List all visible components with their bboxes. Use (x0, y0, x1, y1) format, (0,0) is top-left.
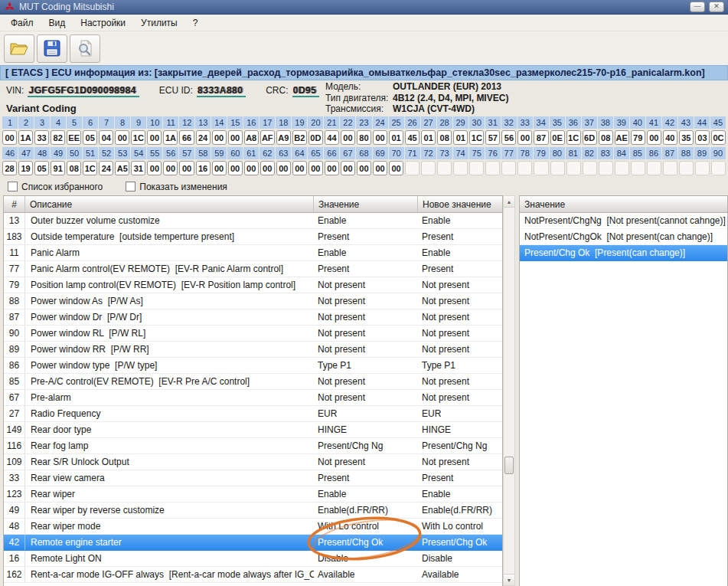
table-row-11[interactable]: 11Panic AlarmEnableEnable (4, 245, 502, 261)
hex-cell-21[interactable]: 44 (325, 130, 339, 145)
hex-cell-8[interactable]: 00 (115, 130, 129, 145)
hex-cell-80[interactable] (550, 161, 565, 175)
table-row-109[interactable]: 109Rear S/R Unlock OutputNot presentNot … (4, 454, 502, 470)
table-row-86[interactable]: 86Power window type [P/W type]Type P1Typ… (4, 358, 502, 374)
hex-cell-88[interactable] (679, 161, 694, 175)
hex-cell-64[interactable]: 00 (292, 161, 307, 175)
hex-cell-47[interactable]: 19 (18, 161, 33, 175)
hex-cell-43[interactable]: 35 (679, 130, 694, 145)
column-header-number[interactable]: # (4, 196, 25, 212)
table-row-27[interactable]: 27Radio FrequencyEUREUR (4, 406, 502, 422)
favorites-checkbox[interactable] (8, 182, 18, 192)
hex-cell-17[interactable]: AF (260, 130, 275, 145)
minimize-button[interactable]: — (690, 2, 705, 12)
table-row-13[interactable]: 13Outer buzzer volume customizeEnableEna… (4, 213, 502, 229)
hex-cell-48[interactable]: 05 (34, 161, 49, 175)
hex-cell-35[interactable]: 0E (550, 130, 565, 145)
hex-cell-79[interactable] (534, 161, 548, 175)
hex-cell-54[interactable]: 31 (131, 161, 145, 175)
hex-cell-61[interactable]: 00 (244, 161, 259, 175)
table-row-89[interactable]: 89Power window RR [P/W RR]Not presentNot… (4, 342, 502, 358)
hex-cell-87[interactable] (663, 161, 677, 175)
table-row-87[interactable]: 87Power window Dr [P/W Dr]Not presentNot… (4, 309, 502, 326)
hex-cell-31[interactable]: 57 (485, 130, 500, 145)
table-row-79[interactable]: 79Position lamp control(EV REMOTE) [EV-R… (4, 277, 502, 293)
hex-cell-81[interactable] (566, 161, 581, 175)
table-row-183[interactable]: 183Outside temperature [outside tempertu… (4, 229, 502, 245)
hex-cell-66[interactable]: 00 (325, 161, 339, 175)
value-option-3[interactable]: Present/Chg Ok [Present(can change)] (520, 245, 727, 261)
hex-cell-13[interactable]: 24 (196, 130, 211, 145)
hex-cell-55[interactable]: 00 (147, 161, 162, 175)
hex-cell-28[interactable]: 08 (437, 130, 452, 145)
value-option-1[interactable]: NotPresent/ChgNg [Not present(cannot cah… (520, 213, 727, 229)
table-row-77[interactable]: 77Panic Alarm control(EV REMOTE) [EV-R P… (4, 261, 502, 277)
hex-cell-29[interactable]: 01 (453, 130, 468, 145)
hex-cell-56[interactable]: 00 (163, 161, 178, 175)
hex-cell-52[interactable]: 24 (99, 161, 113, 175)
hex-cell-11[interactable]: 1A (163, 130, 178, 145)
scrollbar-thumb[interactable] (504, 457, 514, 474)
hex-cell-33[interactable]: 00 (517, 130, 532, 145)
hex-cell-78[interactable] (517, 161, 532, 175)
hex-cell-84[interactable] (615, 161, 629, 175)
hex-cell-49[interactable]: 91 (51, 161, 65, 175)
close-button[interactable]: ✕ (709, 2, 724, 12)
hex-cell-82[interactable] (583, 161, 597, 175)
hex-cell-25[interactable]: 01 (389, 130, 403, 145)
hex-cell-53[interactable]: A5 (115, 161, 129, 175)
table-row-42[interactable]: 42Remote engine starterPresent/Chg OkPre… (4, 535, 502, 551)
table-row-33[interactable]: 33Rear view cameraPresentPresent (4, 470, 502, 486)
hex-cell-30[interactable]: 1C (469, 130, 484, 145)
table-row-123[interactable]: 123Rear wiperEnableEnable (4, 486, 502, 503)
hex-cell-85[interactable] (631, 161, 645, 175)
menu-item-1[interactable]: Файл (3, 15, 41, 31)
hex-cell-27[interactable]: 01 (421, 130, 436, 145)
table-row-90[interactable]: 90Power window RL [P/W RL]Not presentNot… (4, 326, 502, 342)
hex-cell-76[interactable] (485, 161, 500, 175)
table-row-49[interactable]: 49Rear wiper by reverse customizeEnable(… (4, 503, 502, 519)
table-scrollbar[interactable]: ▲ ▼ (503, 195, 515, 586)
hex-cell-74[interactable] (453, 161, 468, 175)
hex-cell-36[interactable]: 1C (566, 130, 581, 145)
menu-item-5[interactable]: ? (185, 15, 206, 31)
show-changes-checkbox[interactable] (126, 182, 135, 192)
table-row-149[interactable]: 149Rear door typeHINGEHINGE (4, 422, 502, 438)
hex-cell-15[interactable]: 00 (228, 130, 243, 145)
table-row-88[interactable]: 88Power window As [P/W As]Not presentNot… (4, 293, 502, 309)
hex-cell-89[interactable] (695, 161, 710, 175)
hex-cell-40[interactable]: 79 (631, 130, 645, 145)
hex-cell-73[interactable] (437, 161, 452, 175)
hex-cell-12[interactable]: 66 (179, 130, 194, 145)
table-row-67[interactable]: 67Pre-alarmNot presentNot present (4, 390, 502, 406)
hex-cell-38[interactable]: 08 (599, 130, 613, 145)
hex-cell-63[interactable]: 00 (276, 161, 291, 175)
hex-cell-39[interactable]: AE (615, 130, 629, 145)
hex-cell-44[interactable]: 03 (695, 130, 710, 145)
hex-cell-83[interactable] (599, 161, 613, 175)
hex-cell-1[interactable]: 00 (2, 130, 17, 145)
hex-cell-65[interactable]: 00 (309, 161, 323, 175)
hex-cell-7[interactable]: 04 (99, 130, 113, 145)
hex-cell-24[interactable]: 00 (373, 130, 387, 145)
hex-cell-57[interactable]: 00 (179, 161, 194, 175)
hex-cell-50[interactable]: 08 (67, 161, 81, 175)
hex-cell-90[interactable] (711, 161, 726, 175)
hex-cell-23[interactable]: 80 (357, 130, 371, 145)
hex-cell-71[interactable] (405, 161, 419, 175)
hex-cell-4[interactable]: 82 (51, 130, 65, 145)
hex-cell-16[interactable]: A8 (244, 130, 259, 145)
hex-cell-20[interactable]: 0D (309, 130, 323, 145)
open-file-button[interactable] (4, 34, 34, 63)
column-header-value[interactable]: Значение (314, 196, 418, 212)
hex-cell-60[interactable]: 00 (228, 161, 243, 175)
menu-item-2[interactable]: Вид (41, 15, 73, 31)
table-row-85[interactable]: 85Pre-A/C control(EV REMOTE) [EV-R Pre A… (4, 374, 502, 390)
hex-cell-41[interactable]: 00 (647, 130, 661, 145)
hex-cell-34[interactable]: 87 (534, 130, 548, 145)
scroll-up-button[interactable]: ▲ (504, 196, 514, 208)
hex-cell-68[interactable]: 00 (357, 161, 371, 175)
hex-cell-42[interactable]: 40 (663, 130, 677, 145)
hex-cell-62[interactable]: 00 (260, 161, 275, 175)
hex-cell-19[interactable]: B2 (292, 130, 307, 145)
